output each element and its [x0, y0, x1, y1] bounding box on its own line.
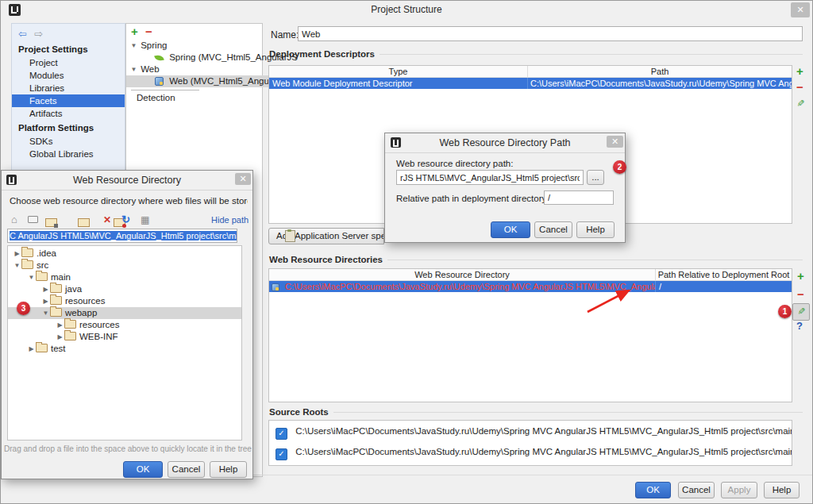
- chevron-down-icon[interactable]: [129, 63, 138, 75]
- tree-item-java[interactable]: java: [8, 283, 242, 295]
- path-input[interactable]: [396, 170, 584, 185]
- checkbox-checked-icon[interactable]: [275, 428, 287, 440]
- source-root-row: C:\Users\iMacPC\Documents\JavaStudy.ru\U…: [269, 421, 792, 440]
- folder-icon: [36, 344, 48, 352]
- help-icon[interactable]: ?: [796, 320, 803, 332]
- cancel-button[interactable]: Cancel: [168, 461, 205, 478]
- folder-icon: [36, 272, 48, 281]
- add-web-resource-icon[interactable]: +: [797, 271, 804, 282]
- dialog-close-button[interactable]: ✕: [235, 173, 251, 185]
- add-facet-icon[interactable]: +: [131, 26, 138, 37]
- source-roots-box: C:\Users\iMacPC\Documents\JavaStudy.ru\U…: [268, 420, 792, 466]
- web-resource-directories-table: Web Resource Directory Path Relative to …: [268, 268, 792, 402]
- tree-item-src[interactable]: src: [8, 260, 242, 271]
- sidebar-item-global-libraries[interactable]: Global Libraries: [12, 148, 125, 160]
- sidebar-item-libraries[interactable]: Libraries: [12, 82, 125, 94]
- help-button[interactable]: Help: [764, 482, 800, 498]
- annotation-badge-1: 1: [778, 305, 792, 318]
- help-button[interactable]: Help: [576, 221, 615, 238]
- refresh-icon[interactable]: ↻: [121, 214, 130, 225]
- window-title: Project Structure: [1, 4, 812, 15]
- cancel-button[interactable]: Cancel: [678, 482, 715, 498]
- column-path[interactable]: Path: [528, 66, 792, 77]
- desktop-icon[interactable]: [28, 216, 38, 223]
- ok-button[interactable]: OK: [491, 221, 530, 238]
- chevron-right-icon[interactable]: [56, 319, 64, 331]
- annotation-badge-3: 3: [17, 302, 30, 315]
- relative-path-label: Relative path in deployment directory:: [396, 194, 549, 203]
- forward-icon[interactable]: ⇨: [34, 28, 43, 40]
- chevron-right-icon[interactable]: [41, 295, 50, 307]
- new-folder-icon[interactable]: [45, 218, 57, 227]
- remove-descriptor-icon[interactable]: −: [796, 82, 803, 93]
- column-type[interactable]: Type: [269, 66, 528, 77]
- delete-icon[interactable]: ✕: [103, 214, 111, 225]
- apply-button[interactable]: Apply: [721, 482, 757, 498]
- chevron-right-icon[interactable]: [27, 343, 36, 355]
- folder-icon: [21, 248, 33, 257]
- edit-descriptor-icon[interactable]: ✎: [795, 99, 806, 107]
- tree-item-resources[interactable]: resources: [8, 295, 242, 307]
- folder-icon: [50, 296, 62, 305]
- sidebar-item-artifacts[interactable]: Artifacts: [12, 107, 125, 120]
- tree-item-test[interactable]: test: [8, 343, 242, 355]
- path-label: Web resource directory path:: [396, 159, 513, 168]
- table-row[interactable]: C:\Users\iMacPC\Documents\JavaStudy.ru\U…: [269, 281, 792, 292]
- chevron-right-icon[interactable]: [13, 248, 21, 260]
- dialog-title: Web Resource Directory: [2, 175, 252, 186]
- spring-leaf-icon: [154, 54, 164, 63]
- directory-path-input[interactable]: C AngularJS HTML5\MVC_AngularJS_Html5 pr…: [7, 229, 237, 243]
- tree-item-webapp-resources[interactable]: resources: [8, 319, 242, 331]
- checkbox-checked-icon[interactable]: [275, 448, 287, 460]
- dialog-close-button[interactable]: ✕: [607, 136, 623, 148]
- table-header: Type Path: [269, 66, 792, 78]
- table-row[interactable]: Web Module Deployment Descriptor C:\User…: [269, 78, 792, 89]
- facet-web-child[interactable]: Web (MVC_Html5_AngularJS pr: [126, 75, 291, 87]
- chevron-right-icon[interactable]: [56, 331, 64, 343]
- chevron-down-icon[interactable]: [129, 40, 138, 52]
- edit-web-resource-button[interactable]: ✎: [792, 303, 810, 321]
- tree-item-webapp[interactable]: webapp: [8, 307, 242, 319]
- sidebar-item-sdks[interactable]: SDKs: [12, 135, 125, 148]
- source-roots-section: Source Roots: [269, 407, 803, 417]
- back-icon[interactable]: ⇦: [18, 28, 27, 40]
- sidebar-item-project[interactable]: Project: [12, 56, 125, 69]
- folder-icon: [64, 320, 76, 329]
- window-close-button[interactable]: ✕: [791, 2, 810, 17]
- tree-item-idea[interactable]: .idea: [8, 248, 242, 260]
- folder-icon: [64, 332, 76, 340]
- tree-item-web-inf[interactable]: WEB-INF: [8, 331, 242, 343]
- ok-button[interactable]: OK: [123, 461, 163, 478]
- paste-icon[interactable]: [285, 230, 295, 242]
- sidebar-item-modules[interactable]: Modules: [12, 69, 125, 82]
- close-icon: ✕: [611, 137, 618, 146]
- chevron-down-icon[interactable]: [13, 260, 21, 271]
- facet-group-web[interactable]: Web: [126, 63, 265, 75]
- remove-web-resource-icon[interactable]: −: [797, 289, 804, 300]
- chevron-right-icon[interactable]: [41, 283, 50, 295]
- web-resource-directories-section: Web Resource Directories: [269, 255, 803, 264]
- chevron-down-icon[interactable]: [41, 307, 50, 319]
- module-icon[interactable]: ▦: [141, 214, 149, 225]
- cancel-button[interactable]: Cancel: [534, 221, 572, 238]
- sidebar-item-facets[interactable]: Facets: [12, 94, 125, 107]
- facet-group-spring[interactable]: Spring: [126, 40, 265, 52]
- tree-item-main[interactable]: main: [8, 271, 242, 283]
- name-input[interactable]: [298, 26, 803, 41]
- column-path-relative[interactable]: Path Relative to Deployment Root: [656, 269, 792, 280]
- facet-detection[interactable]: Detection: [126, 92, 272, 104]
- add-descriptor-icon[interactable]: +: [796, 66, 803, 77]
- web-facet-icon: [155, 77, 164, 86]
- home-icon[interactable]: ⌂: [11, 214, 17, 225]
- help-button[interactable]: Help: [210, 461, 247, 478]
- remove-facet-icon[interactable]: −: [145, 26, 152, 37]
- browse-button[interactable]: ...: [587, 170, 604, 185]
- ok-button[interactable]: OK: [635, 482, 671, 498]
- relative-path-input[interactable]: [544, 190, 614, 205]
- hide-path-link[interactable]: Hide path: [211, 215, 249, 225]
- chevron-down-icon[interactable]: [27, 271, 36, 283]
- facet-spring-child[interactable]: Spring (MVC_Html5_AngularJS: [126, 52, 291, 63]
- folder-icon[interactable]: [78, 218, 90, 227]
- column-web-resource-directory[interactable]: Web Resource Directory: [269, 269, 656, 280]
- annotation-badge-2: 2: [613, 160, 626, 174]
